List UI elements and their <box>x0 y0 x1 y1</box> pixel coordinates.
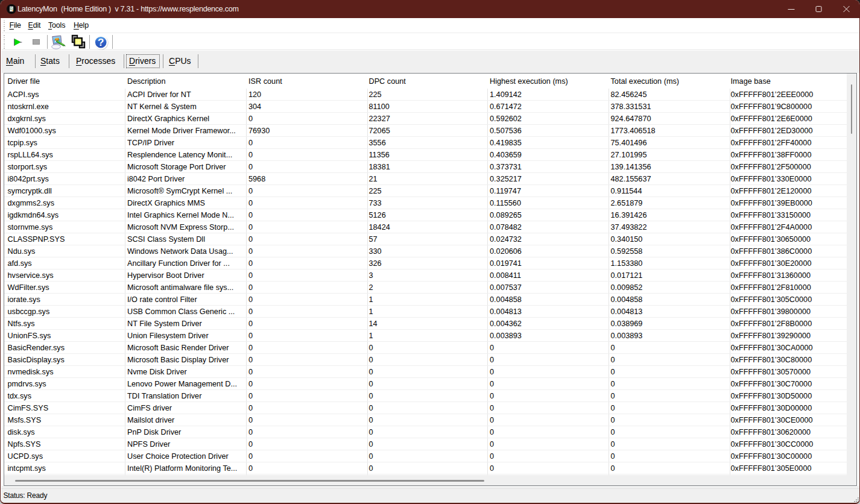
svg-text:?: ? <box>98 37 104 48</box>
